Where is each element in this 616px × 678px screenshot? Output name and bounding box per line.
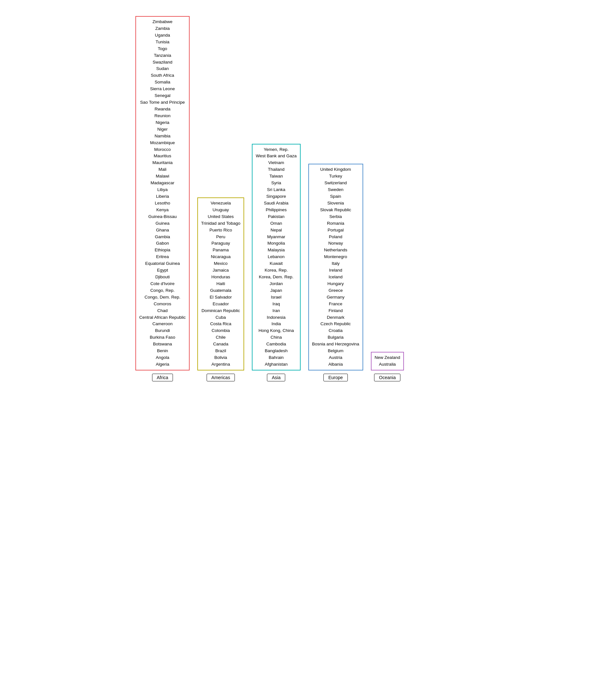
country-item: Malaysia — [268, 247, 285, 254]
country-item: China — [271, 334, 282, 341]
country-item: Gabon — [156, 240, 169, 247]
country-item: Honduras — [211, 274, 230, 280]
country-item: Lebanon — [268, 254, 285, 260]
region-label-asia: Asia — [267, 374, 285, 381]
country-item: Senegal — [155, 92, 171, 99]
country-item: Philippines — [265, 207, 287, 214]
country-item: Afghanistan — [265, 361, 287, 368]
country-item: El Salvador — [209, 294, 232, 301]
country-item: Peru — [216, 234, 225, 240]
region-column-asia: Yemen, Rep.West Bank and GazaVietnamThai… — [252, 144, 300, 381]
region-label-africa: Africa — [152, 374, 173, 381]
country-item: Iceland — [329, 274, 343, 280]
country-item: Norway — [328, 240, 343, 247]
country-item: Denmark — [327, 314, 344, 321]
country-item: Romania — [327, 220, 344, 227]
country-item: Netherlands — [324, 247, 347, 254]
region-column-oceania: New ZealandAustraliaOceania — [371, 352, 404, 381]
country-item: Sudan — [156, 66, 169, 72]
country-item: Mozambique — [150, 140, 175, 146]
country-item: Croatia — [329, 328, 343, 334]
country-list-americas: VenezuelaUruguayUnited StatesTrinidad an… — [197, 197, 244, 371]
country-item: Niger — [157, 126, 167, 133]
country-item: Mongolia — [267, 240, 285, 247]
country-item: Mexico — [214, 260, 228, 267]
region-label-americas: Americas — [207, 374, 235, 381]
chart-container: ZimbabweZambiaUgandaTunisiaTogoTanzaniaS… — [131, 16, 485, 381]
country-item: Hungary — [328, 280, 344, 287]
country-item: Korea, Dem. Rep. — [259, 274, 294, 280]
country-item: Syria — [271, 180, 281, 187]
country-item: Slovenia — [327, 200, 344, 207]
country-item: Belgium — [328, 348, 343, 354]
country-item: Jordan — [270, 280, 283, 287]
country-item: Austria — [329, 354, 342, 361]
country-item: Iran — [273, 307, 280, 314]
country-item: Kuwait — [270, 260, 283, 267]
country-item: Central African Republic — [139, 314, 186, 321]
country-item: Mali — [159, 166, 166, 173]
country-item: Chile — [216, 334, 226, 341]
country-list-oceania: New ZealandAustralia — [371, 352, 404, 371]
country-item: Bosnia and Herzegovina — [312, 341, 359, 348]
country-item: United States — [208, 214, 234, 220]
country-item: Paraguay — [211, 240, 230, 247]
country-item: Equatorial Guinea — [145, 260, 180, 267]
country-item: Venezuela — [210, 200, 231, 207]
country-item: Montenegro — [324, 254, 347, 260]
country-item: Nigeria — [156, 119, 169, 126]
country-item: Japan — [270, 287, 282, 294]
country-item: Egypt — [157, 267, 168, 274]
country-item: Congo, Dem. Rep. — [145, 294, 180, 301]
country-item: Cote d'Ivoire — [151, 280, 174, 287]
country-item: Yemen, Rep. — [264, 146, 289, 153]
country-item: Iraq — [273, 301, 280, 307]
country-item: Myanmar — [267, 234, 285, 240]
country-item: Vietnam — [268, 159, 284, 166]
country-item: Costa Rica — [210, 321, 231, 328]
country-item: Madagascar — [151, 180, 174, 187]
country-item: Djibouti — [155, 274, 170, 280]
country-item: Indonesia — [267, 314, 286, 321]
country-item: Israel — [271, 294, 281, 301]
country-item: Hong Kong, China — [258, 328, 294, 334]
country-item: New Zealand — [375, 354, 400, 361]
country-item: Liberia — [156, 193, 169, 200]
country-item: Angola — [156, 354, 169, 361]
country-item: Eritrea — [156, 254, 169, 260]
country-item: Singapore — [266, 193, 286, 200]
country-item: Cameroon — [152, 321, 173, 328]
country-item: Korea, Rep. — [265, 267, 288, 274]
country-item: Italy — [332, 260, 340, 267]
region-column-europe: United KingdomTurkeySwitzerlandSwedenSpa… — [308, 164, 363, 381]
country-item: Australia — [379, 361, 396, 368]
country-item: Guinea — [156, 220, 170, 227]
country-item: Haiti — [216, 280, 225, 287]
country-item: Ecuador — [213, 301, 229, 307]
country-item: Albania — [329, 361, 343, 368]
country-item: Uruguay — [212, 207, 229, 214]
country-item: Mauritius — [154, 153, 171, 159]
country-item: Bangladesh — [265, 348, 287, 354]
country-item: Kenya — [156, 207, 168, 214]
country-item: United Kingdom — [320, 166, 351, 173]
country-item: Benin — [157, 348, 168, 354]
country-item: Poland — [329, 234, 342, 240]
country-item: Gambia — [155, 234, 170, 240]
region-label-oceania: Oceania — [374, 374, 400, 381]
country-item: Spain — [330, 193, 341, 200]
country-item: Germany — [327, 294, 344, 301]
country-list-europe: United KingdomTurkeySwitzerlandSwedenSpa… — [308, 164, 363, 371]
country-item: Argentina — [211, 361, 230, 368]
country-item: Portugal — [328, 227, 343, 234]
country-item: Ghana — [156, 227, 169, 234]
country-item: Burkina Faso — [150, 334, 175, 341]
country-item: Guatemala — [210, 287, 231, 294]
country-item: Nicaragua — [211, 254, 231, 260]
country-item: South Africa — [151, 72, 174, 79]
country-item: Tanzania — [154, 52, 171, 59]
country-item: Trinidad and Tobago — [201, 220, 240, 227]
country-item: Sierra Leone — [150, 86, 175, 92]
country-item: Turkey — [329, 173, 342, 180]
country-item: Somalia — [155, 79, 170, 86]
